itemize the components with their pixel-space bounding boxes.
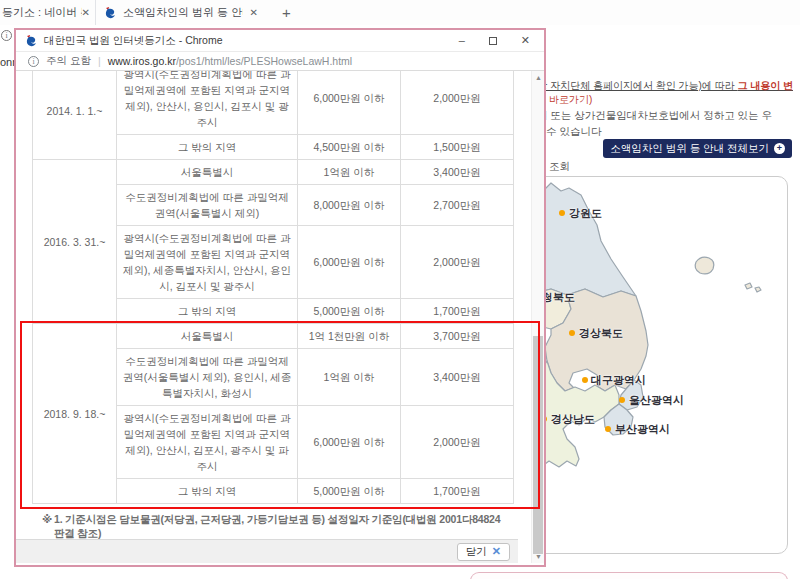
map-island-dokdo [745, 283, 761, 292]
map-dot-gyeongbuk [569, 330, 575, 336]
scroll-down-icon[interactable]: ▼ [532, 553, 544, 560]
amount-cell: 1,700만원 [401, 299, 514, 324]
registry-popup-window: 대한민국 법원 인터넷등기소 - Chrome – ✕ i 주의 요함 | ww… [14, 28, 546, 567]
amount-cell: 1,500만원 [401, 135, 514, 160]
table-row: 2014. 1. 1.~ 광역시(수도권정비계획법에 따른 과밀억제권역에 포함… [33, 71, 514, 135]
map-label-gyeongbuk[interactable]: 경상북도 [579, 326, 623, 341]
maximize-icon[interactable] [489, 37, 497, 45]
deposit-cell: 6,000만원 이하 [298, 71, 401, 135]
period-cell: 2018. 9. 18.~ [33, 324, 117, 504]
region-cell: 그 밖의 지역 [117, 299, 298, 324]
scrolled-document: 2014. 1. 1.~ 광역시(수도권정비계획법에 따른 과밀억제권역에 포함… [16, 71, 531, 563]
map-label-busan[interactable]: 부산광역시 [615, 422, 670, 437]
amount-cell: 3,400만원 [401, 349, 514, 406]
page-url: www.iros.go.kr/pos1/html/les/PLESHowseLa… [108, 55, 353, 67]
notice-highlight: 그 내용이 변 [737, 80, 793, 91]
tab-close-icon[interactable]: ✕ [250, 7, 258, 18]
map-dot-daegu [582, 377, 588, 383]
deposit-cell: 1억원 이하 [298, 349, 401, 406]
minimize-icon[interactable]: – [459, 35, 465, 46]
deposit-cell: 8,000만원 이하 [298, 185, 401, 226]
amount-cell: 2,000만원 [401, 71, 514, 135]
footnote-marker: ※ [42, 512, 52, 526]
period-cell: 2014. 1. 1.~ [33, 71, 117, 160]
footnote-1: 1. 기준시점은 담보물권(저당권, 근저당권, 가등기담보권 등) 설정일자 … [54, 512, 513, 540]
tab-title: 등기소 : 네이버 통 [2, 5, 82, 20]
view-all-guide-button[interactable]: 소액임차인 범위 등 안내 전체보기 + [603, 139, 792, 158]
map-dot-ulsan [619, 397, 625, 403]
new-tab-button[interactable]: + [282, 0, 291, 25]
popup-url-bar[interactable]: i 주의 요함 | www.iros.go.kr/pos1/html/les/P… [16, 51, 544, 71]
tab-small-tenant-guide[interactable]: 소액임차인의 범위 등 안내 ✕ [96, 0, 266, 25]
popup-window-title: 대한민국 법원 인터넷등기소 - Chrome [44, 34, 223, 48]
region-cell: 그 밖의 지역 [117, 135, 298, 160]
close-window-icon[interactable]: ✕ [521, 35, 530, 46]
iros-favicon-icon [25, 35, 37, 47]
region-cell: 수도권정비계획법에 따른 과밀억제권역(서울특별시 제외) [117, 185, 298, 226]
deposit-cell: 6,000만원 이하 [298, 226, 401, 299]
deposit-cell: 1억 1천만원 이하 [298, 324, 401, 349]
amount-cell: 3,700만원 [401, 324, 514, 349]
map-island-ulleungdo [695, 257, 714, 274]
popup-content-area: 2014. 1. 1.~ 광역시(수도권정비계획법에 따른 과밀억제권역에 포함… [16, 71, 544, 563]
close-button-label: 닫기 [466, 545, 487, 559]
background-panel-edge [470, 572, 788, 579]
view-all-label: 소액임차인 범위 등 안내 전체보기 [610, 142, 769, 156]
circle-arrow-icon: + [774, 143, 785, 154]
map-dot-gangwon [559, 210, 565, 216]
url-path: /pos1/html/les/PLESHowseLawH.html [176, 55, 352, 67]
tenant-range-table: 2014. 1. 1.~ 광역시(수도권정비계획법에 따른 과밀억제권역에 포함… [32, 71, 514, 504]
deposit-cell: 5,000만원 이하 [298, 299, 401, 324]
scroll-up-icon[interactable]: ▲ [532, 74, 544, 81]
background-shortcut-link[interactable]: 바로가기) [549, 93, 592, 107]
deposit-cell: 1억원 이하 [298, 160, 401, 185]
region-cell: 광역시(수도권정비계획법에 따른 과밀억제권역에 포함된 지역과 군지역 제외)… [117, 406, 298, 479]
popup-footer-bar: 닫기 ✕ [16, 539, 518, 563]
tab-close-icon[interactable]: ✕ [82, 7, 90, 18]
deposit-cell: 6,000만원 이하 [298, 406, 401, 479]
amount-cell: 3,400만원 [401, 160, 514, 185]
map-label-gyeongnam[interactable]: 경상남도 [551, 412, 595, 427]
popup-title-bar[interactable]: 대한민국 법원 인터넷등기소 - Chrome – ✕ [16, 30, 544, 51]
map-label-ulsan[interactable]: 울산광역시 [629, 393, 684, 408]
close-x-icon: ✕ [492, 545, 501, 558]
window-controls: – ✕ [459, 35, 535, 46]
table-row: 2016. 3. 31.~ 서울특별시 1억원 이하 3,400만원 [33, 160, 514, 185]
region-cell: 광역시(수도권정비계획법에 따른 과밀억제권역에 포함된 지역과 군지역 제외)… [117, 71, 298, 135]
amount-cell: 2,000만원 [401, 226, 514, 299]
browser-tab-strip: 등기소 : 네이버 통 ✕ 소액임차인의 범위 등 안내 ✕ + [0, 0, 800, 25]
table-row-highlighted: 2018. 9. 18.~ 서울특별시 1억 1천만원 이하 3,700만원 [33, 324, 514, 349]
close-dialog-button[interactable]: 닫기 ✕ [457, 543, 510, 561]
iros-favicon-icon [104, 7, 116, 19]
background-body-line2: 수 있습니다 [546, 125, 601, 139]
deposit-cell: 4,500만원 이하 [298, 135, 401, 160]
amount-cell: 2,700만원 [401, 185, 514, 226]
region-cell: 광역시(수도권정비계획법에 따른 과밀억제권역에 포함된 지역과 군지역 제외)… [117, 226, 298, 299]
url-host: www.iros.go.kr [108, 55, 176, 67]
amount-cell: 2,000만원 [401, 406, 514, 479]
tab-title: 소액임차인의 범위 등 안내 [123, 5, 243, 20]
period-cell: 2016. 3. 31.~ [33, 160, 117, 324]
map-label-daegu[interactable]: 대구광역시 [591, 373, 646, 388]
deposit-cell: 5,000만원 이하 [298, 479, 401, 504]
url-separator: | [98, 55, 101, 67]
scrollbar-thumb[interactable] [533, 336, 543, 554]
security-label: 주의 요함 [46, 54, 91, 68]
lookup-label: 조회 [549, 160, 570, 174]
not-secure-info-icon[interactable]: i [28, 56, 39, 67]
amount-cell: 1,700만원 [401, 479, 514, 504]
popup-scrollbar[interactable]: ▲ ▼ [531, 71, 544, 563]
region-cell: 수도권정비계획법에 따른 과밀억제권역(서울특별시 제외), 용인시, 세종특별… [117, 349, 298, 406]
map-dot-busan [605, 426, 611, 432]
tab-naver-search[interactable]: 등기소 : 네이버 통 ✕ [0, 0, 96, 25]
region-cell: 서울특별시 [117, 324, 298, 349]
region-cell: 서울특별시 [117, 160, 298, 185]
region-cell: 그 밖의 지역 [117, 479, 298, 504]
info-icon: i [1, 30, 12, 41]
map-label-gangwon[interactable]: 강원도 [569, 206, 602, 221]
